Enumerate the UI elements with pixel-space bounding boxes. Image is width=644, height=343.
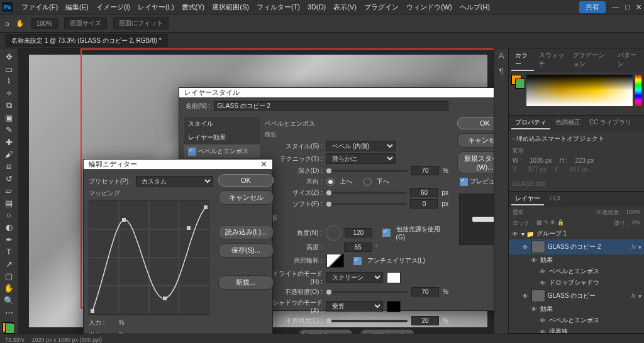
marquee-tool-icon[interactable]: ▭ <box>1 63 16 75</box>
bevel-emboss-item[interactable]: ベベルとエンボス <box>184 144 260 158</box>
visibility-icon[interactable]: 👁 <box>521 244 529 251</box>
tab-layers[interactable]: レイヤー <box>511 193 544 205</box>
blur-tool-icon[interactable]: ○ <box>1 209 16 221</box>
frame-tool-icon[interactable]: ▣ <box>1 112 16 124</box>
visibility-icon[interactable]: 👁 <box>530 257 538 264</box>
color-swatch[interactable] <box>3 322 15 334</box>
visibility-icon[interactable]: 👁 <box>539 329 547 334</box>
color-swatch[interactable] <box>511 75 524 87</box>
technique-select[interactable]: 滑らかに <box>326 153 396 164</box>
move-tool-icon[interactable]: ✥ <box>1 51 16 63</box>
angle-input[interactable] <box>345 228 372 237</box>
blend-mode-select[interactable]: 通常 <box>513 209 524 217</box>
layer-glass-copy[interactable]: 👁GLASS のコピーfx▾ <box>509 288 644 303</box>
type-panel-icon[interactable]: A <box>499 51 504 60</box>
gloss-contour-picker[interactable] <box>326 254 344 268</box>
depth-input[interactable] <box>411 166 439 175</box>
direction-up-radio[interactable] <box>326 178 335 186</box>
menu-layer[interactable]: レイヤー(L) <box>134 1 177 13</box>
paragraph-panel-icon[interactable]: ¶ <box>499 67 504 76</box>
preview-checkbox[interactable] <box>460 178 468 186</box>
x-value[interactable]: 377 px <box>528 166 547 173</box>
altitude-input[interactable] <box>344 242 372 252</box>
dodge-tool-icon[interactable]: ◐ <box>1 221 16 233</box>
reset-default-button[interactable]: 初期設定に戻す <box>360 329 415 334</box>
crop-tool-icon[interactable]: ⧉ <box>1 100 16 112</box>
highlight-opacity-slider[interactable] <box>326 291 408 293</box>
tab-patterns[interactable]: パターン <box>614 50 641 71</box>
tab-adjustments[interactable]: 色調補正 <box>552 117 584 129</box>
ok-button[interactable]: OK <box>457 117 494 129</box>
hand-tool-icon[interactable]: ✋ <box>1 282 16 294</box>
hue-slider[interactable] <box>635 75 641 106</box>
maximize-icon[interactable]: □ <box>625 3 630 11</box>
y-value[interactable]: 407 px <box>569 166 588 173</box>
height-value[interactable]: 223 px <box>575 157 594 164</box>
hand-tool-icon[interactable]: ✋ <box>16 19 25 28</box>
visibility-icon[interactable]: 👁 <box>530 306 538 313</box>
blending-options-item[interactable]: レイヤー効果 <box>184 131 260 144</box>
cancel-button[interactable]: キャンセル <box>218 190 274 205</box>
width-value[interactable]: 1035 px <box>530 157 552 164</box>
size-input[interactable] <box>410 188 438 197</box>
tab-gradients[interactable]: グラデーション <box>569 50 612 71</box>
antialias-checkbox[interactable] <box>353 257 362 265</box>
layer-effects[interactable]: 👁効果 <box>509 254 644 266</box>
pen-tool-icon[interactable]: ✒ <box>1 234 16 246</box>
path-tool-icon[interactable]: ↗ <box>1 258 16 270</box>
type-tool-icon[interactable]: T <box>1 246 16 258</box>
new-button[interactable]: 新規... <box>218 275 274 290</box>
new-style-button[interactable]: 新規スタイル(W)... <box>457 151 494 173</box>
menu-plugin[interactable]: プラグイン <box>360 1 402 13</box>
ok-button[interactable]: OK <box>218 174 274 187</box>
zoom-tool-icon[interactable]: 🔍 <box>1 295 16 307</box>
visibility-icon[interactable]: 👁 <box>521 293 529 300</box>
menu-window[interactable]: ウィンドウ(W) <box>402 1 456 13</box>
heal-tool-icon[interactable]: ✚ <box>1 136 16 148</box>
contour-graph[interactable] <box>89 200 209 315</box>
layer-thumbnail[interactable] <box>531 241 545 253</box>
minimize-icon[interactable]: — <box>612 3 619 11</box>
save-button[interactable]: 保存(S)... <box>218 243 274 258</box>
load-button[interactable]: 読み込み(L)... <box>218 225 274 239</box>
size-slider[interactable] <box>326 192 406 194</box>
make-default-button[interactable]: 初期設定にする <box>298 329 353 334</box>
menu-type[interactable]: 書式(Y) <box>178 1 209 13</box>
home-icon[interactable]: ⌂ <box>5 19 9 27</box>
share-button[interactable]: 共有 <box>579 1 606 13</box>
stamp-tool-icon[interactable]: ⧈ <box>1 160 16 172</box>
highlight-color-swatch[interactable] <box>387 272 401 283</box>
gradient-tool-icon[interactable]: ▤ <box>1 197 16 209</box>
shadow-color-swatch[interactable] <box>387 301 401 312</box>
preset-select[interactable]: カスタム <box>136 176 213 187</box>
fit-screen-button[interactable]: 画面サイズ <box>64 17 107 30</box>
fill-value[interactable]: 0% <box>632 219 640 227</box>
effect-stroke[interactable]: 👁境界線 <box>509 326 644 334</box>
eraser-tool-icon[interactable]: ▱ <box>1 185 16 197</box>
layer-thumbnail[interactable] <box>531 290 545 302</box>
history-brush-icon[interactable]: ↺ <box>1 173 16 185</box>
highlight-opacity-input[interactable] <box>411 287 439 297</box>
zoom-field[interactable]: 100% <box>31 18 58 29</box>
shadow-opacity-slider[interactable] <box>326 320 408 322</box>
tab-paths[interactable]: パス <box>545 193 565 205</box>
menu-file[interactable]: ファイル(F) <box>18 1 62 13</box>
eyedropper-tool-icon[interactable]: ✎ <box>1 124 16 136</box>
tab-libraries[interactable]: CC ライブラリ <box>586 117 635 129</box>
menu-image[interactable]: イメージ(I) <box>92 1 134 13</box>
layer-group[interactable]: 👁▾ 📁グループ 1 <box>509 228 644 239</box>
menu-view[interactable]: 表示(V) <box>330 1 360 13</box>
tab-properties[interactable]: プロパティ <box>511 117 550 129</box>
close-icon[interactable]: ✕ <box>260 160 267 169</box>
effect-bevel[interactable]: 👁ベベルとエンボス <box>509 315 644 326</box>
menu-help[interactable]: ヘルプ(H) <box>456 1 494 13</box>
lasso-tool-icon[interactable]: ⌇ <box>1 75 16 87</box>
fit-window-button[interactable]: 画面にフィット <box>113 17 169 30</box>
checkbox-icon[interactable] <box>188 148 196 156</box>
cancel-button[interactable]: キャンセル <box>457 133 494 148</box>
depth-slider[interactable] <box>326 170 408 172</box>
shadow-opacity-input[interactable] <box>411 316 439 325</box>
more-tools-icon[interactable]: ⋯ <box>1 307 16 318</box>
visibility-icon[interactable]: 👁 <box>539 268 547 275</box>
dialog-titlebar[interactable]: 輪郭エディター ✕ <box>84 160 272 169</box>
